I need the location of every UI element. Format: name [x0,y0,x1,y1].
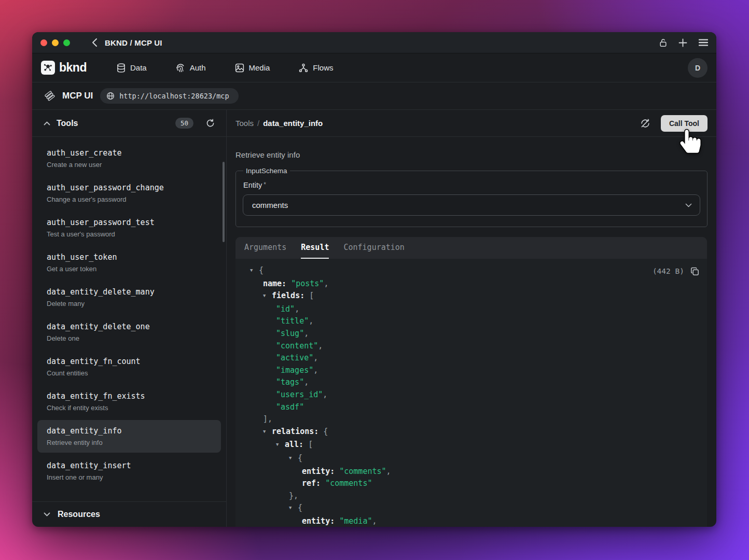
tool-name: data_entity_fn_exists [47,391,212,401]
breadcrumb-separator: / [257,119,259,128]
json-token-str: "content" [276,341,318,351]
required-marker: * [263,181,266,188]
tab-result[interactable]: Result [301,237,329,259]
nav-item-label: Data [130,63,147,72]
bknd-logo-icon [41,61,55,75]
json-token-punc: { [259,265,263,275]
new-tab-plus-icon[interactable] [678,38,687,47]
refresh-off-icon[interactable] [640,118,650,129]
tools-section-header[interactable]: Tools 50 [32,110,226,137]
json-token-str: "posts" [286,279,324,288]
tool-description: Change a user's password [47,195,212,204]
json-token-punc: { [298,503,302,512]
json-token-str: "users_id" [276,390,323,399]
json-token-punc: , [304,329,309,338]
collapse-toggle-icon[interactable]: ▼ [289,452,294,465]
avatar[interactable]: D [688,58,708,78]
breadcrumb-section[interactable]: Tools [235,119,254,128]
subheader: MCP UI http://localhost:28623/mcp [32,82,716,110]
sidebar-item-data_entity_insert[interactable]: data_entity_insertInsert one or many [37,455,221,487]
tab-arguments[interactable]: Arguments [244,237,286,259]
result-size: (442 B) [653,265,684,278]
resources-section-header[interactable]: Resources [32,501,226,527]
json-line: entity: "comments", [244,466,699,478]
json-token-str: "title" [276,316,309,326]
layers-icon [45,91,55,101]
resources-section-label: Resources [58,510,100,519]
nav-item-data[interactable]: Data [117,63,147,73]
collapse-toggle-icon[interactable]: ▼ [289,502,294,514]
json-line: name: "posts", [244,278,699,290]
refresh-icon[interactable] [206,119,215,128]
image-icon [235,63,244,73]
json-line: ▼relations: { [244,426,699,439]
nav-item-auth[interactable]: Auth [176,63,206,73]
collapse-toggle-icon[interactable]: ▼ [263,426,268,438]
tool-name: auth_user_password_test [47,217,212,228]
tool-name: auth_user_token [47,252,212,262]
json-line: "users_id", [244,389,699,401]
zoom-window-button[interactable] [63,39,70,46]
collapse-toggle-icon[interactable]: ▼ [263,290,268,302]
json-token-punc: , [372,516,377,526]
call-tool-button[interactable]: Call Tool [661,115,708,132]
result-panel: Arguments Result Configuration (442 B) ▼… [235,237,707,527]
sidebar-item-data_entity_delete_one[interactable]: data_entity_delete_oneDelete one [37,316,221,348]
collapse-toggle-icon[interactable]: ▼ [250,264,255,277]
chevron-down-icon [685,203,692,207]
json-token-str: "media" [335,516,372,526]
json-token-punc: , [318,341,323,351]
json-line: "content", [244,340,699,353]
tool-name: data_entity_insert [47,460,212,471]
json-line: "title", [244,315,699,328]
json-line: "id", [244,303,699,316]
back-chevron-icon[interactable] [92,38,98,47]
menu-icon[interactable] [699,39,708,46]
sidebar-item-data_entity_fn_count[interactable]: data_entity_fn_countCount entities [37,351,221,383]
nav-item-flows[interactable]: Flows [299,63,333,73]
nav-item-label: Auth [190,63,206,72]
json-line: ▼{ [244,502,699,515]
tools-count-badge: 50 [175,118,193,129]
json-token-punc: }, [289,491,298,500]
titlebar: BKND / MCP UI [32,32,716,53]
sidebar-item-data_entity_delete_many[interactable]: data_entity_delete_manyDelete many [37,281,221,314]
lock-open-icon[interactable] [659,38,667,47]
sidebar-item-data_entity_fn_exists[interactable]: data_entity_fn_existsCheck if entity exi… [37,385,221,418]
entity-select[interactable]: comments [243,194,700,216]
server-url-pill[interactable]: http://localhost:28623/mcp [100,88,238,104]
json-token-str: "tags" [276,377,304,387]
collapse-toggle-icon[interactable]: ▼ [276,439,281,451]
json-line: entity: "media", [244,515,699,527]
close-window-button[interactable] [40,39,47,46]
json-token-punc: , [304,377,309,387]
json-token-key: all: [285,440,303,449]
tool-name: data_entity_delete_one [47,321,212,332]
copy-icon[interactable] [690,267,699,276]
json-line: }, [244,490,699,502]
brand-logo[interactable]: bknd [41,61,87,75]
sidebar-item-data_entity_info[interactable]: data_entity_infoRetrieve entity info [37,420,221,453]
json-token-punc: , [324,279,328,288]
json-token-str: "images" [276,366,313,375]
app-window: BKND / MCP UI bknd Data [32,32,716,527]
sidebar-item-auth_user_create[interactable]: auth_user_createCreate a new user [37,142,221,175]
minimize-window-button[interactable] [52,39,59,46]
json-line: "slug", [244,328,699,340]
chevron-up-icon [44,121,50,125]
tabbar: Arguments Result Configuration [235,237,707,259]
json-token-str: "asdf" [276,402,304,412]
sidebar-item-auth_user_password_change[interactable]: auth_user_password_changeChange a user's… [37,177,221,209]
json-token-str: "comments" [321,479,372,488]
window-title: BKND / MCP UI [105,38,162,47]
sidebar-scrollbar[interactable] [223,162,225,242]
nav-item-media[interactable]: Media [235,63,270,73]
tool-description: Insert one or many [47,473,212,482]
json-line: ref: "comments" [244,478,699,490]
json-token-str: "comments" [335,467,386,476]
tools-list: auth_user_createCreate a new userauth_us… [32,137,226,501]
tab-configuration[interactable]: Configuration [343,237,404,259]
sidebar-item-auth_user_token[interactable]: auth_user_tokenGet a user token [37,246,221,279]
sidebar-item-auth_user_password_test[interactable]: auth_user_password_testTest a user's pas… [37,212,221,244]
input-schema-fieldset: InputSchema Entity* comments [235,167,708,227]
